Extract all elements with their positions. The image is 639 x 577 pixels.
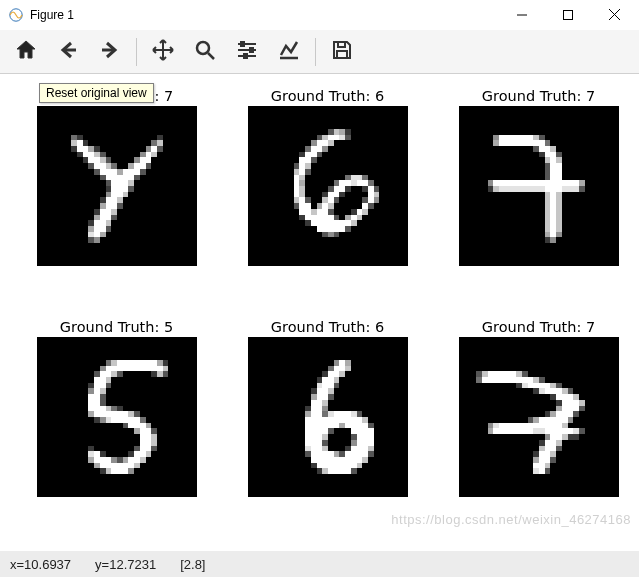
svg-rect-6 — [241, 42, 244, 46]
pan-button[interactable] — [143, 32, 183, 72]
svg-rect-10 — [338, 42, 345, 47]
save-button[interactable] — [322, 32, 362, 72]
figure-canvas[interactable]: Ground Truth: 7 Ground Truth: 6 Ground T… — [0, 74, 639, 551]
subplot-title: Ground Truth: 6 — [271, 319, 384, 335]
zoom-button[interactable] — [185, 32, 225, 72]
subplot-title: Ground Truth: 6 — [271, 88, 384, 104]
toolbar-separator — [136, 38, 137, 66]
edit-button[interactable] — [269, 32, 309, 72]
arrow-right-icon — [98, 38, 122, 65]
toolbar-separator — [315, 38, 316, 66]
window-title: Figure 1 — [30, 8, 499, 22]
subplot-grid: Ground Truth: 7 Ground Truth: 6 Ground T… — [36, 88, 619, 531]
subplot-1: Ground Truth: 6 — [247, 88, 408, 301]
close-button[interactable] — [591, 0, 637, 30]
digit-image[interactable] — [248, 337, 408, 497]
maximize-button[interactable] — [545, 0, 591, 30]
chart-line-icon — [277, 38, 301, 65]
svg-rect-7 — [250, 48, 253, 52]
home-icon — [14, 38, 38, 65]
subplot-3: Ground Truth: 5 — [36, 319, 197, 532]
subplot-2: Ground Truth: 7 — [458, 88, 619, 301]
arrow-left-icon — [56, 38, 80, 65]
minimize-button[interactable] — [499, 0, 545, 30]
subplot-0: Ground Truth: 7 — [36, 88, 197, 301]
window-titlebar: Figure 1 — [0, 0, 639, 30]
tooltip-text: Reset original view — [46, 86, 147, 100]
window-controls — [499, 0, 637, 30]
svg-rect-9 — [337, 51, 347, 58]
subplot-title: Ground Truth: 5 — [60, 319, 173, 335]
digit-image[interactable] — [37, 337, 197, 497]
subplot-4: Ground Truth: 6 — [247, 319, 408, 532]
status-bar: x=10.6937 y=12.7231 [2.8] — [0, 551, 639, 577]
tooltip: Reset original view — [39, 83, 154, 103]
mpl-toolbar — [0, 30, 639, 74]
move-icon — [151, 38, 175, 65]
forward-button[interactable] — [90, 32, 130, 72]
save-icon — [330, 38, 354, 65]
svg-point-5 — [197, 42, 209, 54]
back-button[interactable] — [48, 32, 88, 72]
home-button[interactable] — [6, 32, 46, 72]
cursor-y: y=12.7231 — [95, 557, 156, 572]
digit-image[interactable] — [37, 106, 197, 266]
magnify-icon — [193, 38, 217, 65]
svg-rect-2 — [564, 10, 573, 19]
pixel-value: [2.8] — [180, 557, 205, 572]
digit-image[interactable] — [459, 106, 619, 266]
mpl-app-icon — [8, 7, 24, 23]
subplots-button[interactable] — [227, 32, 267, 72]
sliders-icon — [235, 38, 259, 65]
cursor-x: x=10.6937 — [10, 557, 71, 572]
digit-image[interactable] — [459, 337, 619, 497]
subplot-5: Ground Truth: 7 — [458, 319, 619, 532]
svg-rect-8 — [244, 54, 247, 58]
subplot-title: Ground Truth: 7 — [482, 319, 595, 335]
subplot-title: Ground Truth: 7 — [482, 88, 595, 104]
digit-image[interactable] — [248, 106, 408, 266]
